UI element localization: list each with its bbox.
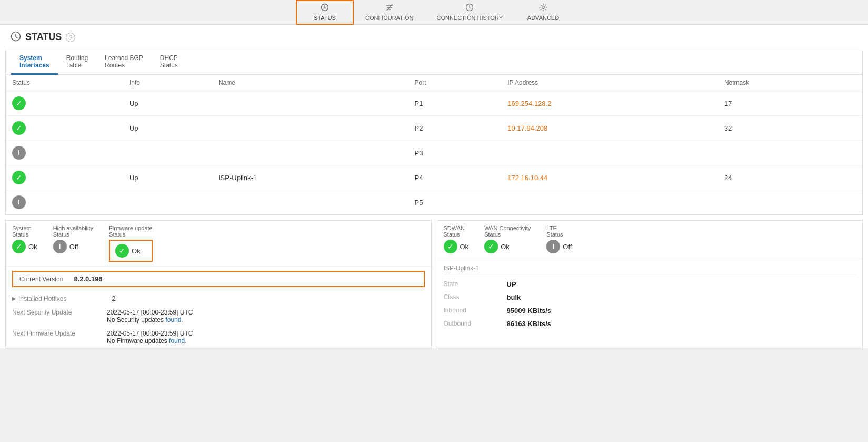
sub-tab-learned-bgp[interactable]: Learned BGPRoutes [96,50,152,75]
firmware-update-value: ✓ Ok [115,244,146,258]
row-ip-2 [501,141,718,165]
col-status: Status [6,75,123,91]
row-status-4: I [6,190,123,215]
interfaces-section: SystemInterfaces RoutingTable Learned BG… [5,50,863,215]
sdwan-status-panel: SDWANStatus ✓ Ok WAN ConnectivityStatus … [437,220,863,348]
row-netmask-0: 17 [718,91,862,116]
lte-pause-icon: I [546,240,560,253]
sub-tab-routing-table[interactable]: RoutingTable [58,50,96,75]
tab-advanced[interactable]: ADVANCED [514,0,572,25]
row-ip-1: 10.17.94.208 [501,116,718,141]
hotfixes-label: ▶ Installed Hotfixes [12,295,66,302]
firmware-update-status-item: Firmware updateStatus ✓ Ok [109,225,153,262]
pause-icon: I [12,195,26,209]
sdwan-inbound-label: Inbound [444,307,496,315]
sdwan-status-item: SDWANStatus ✓ Ok [444,225,469,253]
table-row: ✓UpISP-Uplink-1P4172.16.10.4424 [6,165,862,190]
sub-tab-dhcp-status[interactable]: DHCPStatus [152,50,186,75]
system-status-item: SystemStatus ✓ Ok [12,225,37,262]
sdwan-inbound-row: Inbound 95009 KBits/s [444,304,856,317]
wan-check-icon: ✓ [484,240,498,253]
lte-status-label: LTEStatus [546,225,572,238]
row-info-2 [123,141,212,165]
table-row: IP5 [6,190,862,215]
sdwan-status-label: SDWANStatus [444,225,469,238]
hotfixes-row: ▶ Installed Hotfixes 2 [6,291,431,306]
next-security-row: Next Security Update 2022-05-17 [00:00-2… [6,306,431,327]
sdwan-uplink-title: ISP-Uplink-1 [444,262,856,274]
row-ip-0: 169.254.128.2 [501,91,718,116]
row-netmask-4 [718,190,862,215]
hotfixes-label-text: Installed Hotfixes [18,295,66,302]
row-port-4: P5 [408,190,502,215]
row-status-1: ✓ [6,116,123,141]
row-netmask-3: 24 [718,165,862,190]
sdwan-class-value: bulk [507,293,521,301]
firmware-update-label: Firmware updateStatus [109,225,153,238]
lte-status-item: LTEStatus I Off [546,225,572,253]
sdwan-uplink-section: ISP-Uplink-1 State UP Class bulk Inbound… [437,258,863,335]
row-status-2: I [6,141,123,165]
col-netmask: Netmask [718,75,862,91]
next-firmware-row: Next Firmware Update 2022-05-17 [00:00-2… [6,327,431,348]
help-icon[interactable]: ? [66,33,75,42]
system-status-check-icon: ✓ [12,240,26,253]
firmware-update-box: ✓ Ok [109,240,153,262]
system-status-panel: SystemStatus ✓ Ok High availabilityStatu… [5,220,432,348]
configuration-nav-icon [385,3,394,14]
table-row: IP3 [6,141,862,165]
wan-connectivity-value: ✓ Ok [484,240,531,253]
row-info-1: Up [123,116,212,141]
row-name-2 [212,141,408,165]
next-firmware-note: No Firmware updates found. [107,337,193,345]
row-info-3: Up [123,165,212,190]
row-name-4 [212,190,408,215]
sdwan-state-row: State UP [444,278,856,291]
next-firmware-label: Next Firmware Update [12,330,96,337]
sdwan-state-value: UP [507,280,516,288]
tab-connection-history[interactable]: CONNECTION HISTORY [425,0,514,25]
pause-icon: I [12,146,26,160]
sdwan-outbound-value: 86163 KBits/s [507,320,552,328]
interfaces-sub-tabs: SystemInterfaces RoutingTable Learned BG… [6,50,862,75]
advanced-tab-label: ADVANCED [527,15,559,21]
ha-status-text: Off [69,243,78,251]
col-ip: IP Address [501,75,718,91]
page-title-icon [11,31,21,43]
row-ip-4 [501,190,718,215]
sdwan-state-label: State [444,280,496,288]
sdwan-outbound-row: Outbound 86163 KBits/s [444,317,856,330]
sub-tab-system-interfaces[interactable]: SystemInterfaces [11,50,58,75]
firmware-update-check-icon: ✓ [115,244,129,258]
next-security-values: 2022-05-17 [00:00-23:59] UTC No Security… [107,309,193,323]
check-icon: ✓ [12,121,26,135]
table-header-row: Status Info Name Port IP Address Netmask [6,75,862,91]
row-ip-3: 172.16.10.44 [501,165,718,190]
next-firmware-values: 2022-05-17 [00:00-23:59] UTC No Firmware… [107,330,193,345]
current-version-label: Current Version [19,276,63,283]
next-security-label: Next Security Update [12,309,96,316]
page-title-bar: STATUS ? [0,25,868,50]
wan-connectivity-text: Ok [501,243,510,251]
row-info-0: Up [123,91,212,116]
row-port-1: P2 [408,116,502,141]
row-port-3: P4 [408,165,502,190]
row-name-3: ISP-Uplink-1 [212,165,408,190]
configuration-tab-label: CONFIGURATION [365,15,413,21]
system-status-text: Ok [28,243,37,251]
row-netmask-2 [718,141,862,165]
connection-history-nav-icon [465,3,474,14]
svg-point-3 [542,6,544,9]
check-icon: ✓ [12,96,26,110]
tab-status[interactable]: STATUS [296,0,354,25]
system-status-value: ✓ Ok [12,240,37,253]
sdwan-class-label: Class [444,293,496,301]
col-info: Info [123,75,212,91]
sdwan-check-icon: ✓ [444,240,457,253]
security-found-link[interactable]: found. [165,316,183,323]
current-version-value: 8.2.0.196 [74,275,102,283]
tab-configuration[interactable]: CONFIGURATION [354,0,425,25]
lte-status-text: Off [563,243,572,251]
table-row: ✓UpP1169.254.128.217 [6,91,862,116]
firmware-found-link[interactable]: found. [169,337,186,345]
